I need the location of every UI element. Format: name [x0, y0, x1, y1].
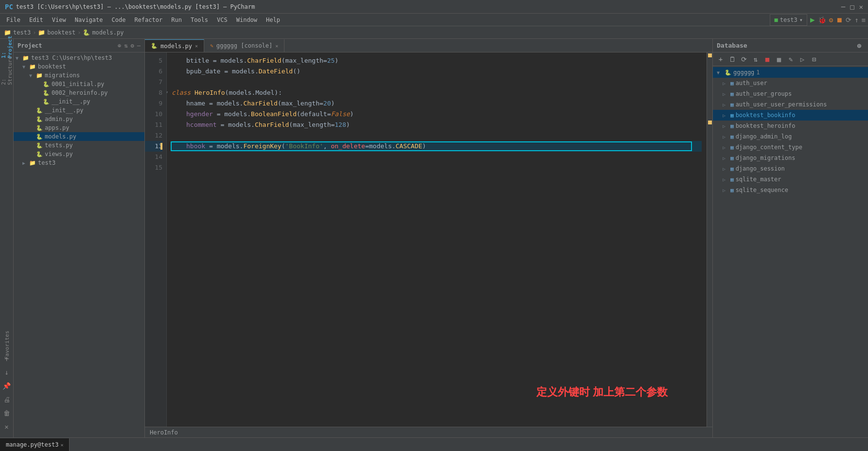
favorites-icon[interactable]: Favorites: [1, 339, 13, 351]
db-properties-icon[interactable]: 🗒: [727, 54, 737, 64]
tab-terminal[interactable]: manage.py@test3 ✕: [0, 438, 70, 451]
menu-edit[interactable]: Edit: [25, 16, 47, 24]
run-config-selector[interactable]: ■ test3 ▾: [770, 14, 807, 26]
db-sync-icon[interactable]: ⇅: [751, 54, 761, 64]
menu-vcs[interactable]: VCS: [213, 16, 231, 24]
db-refresh-icon[interactable]: ⟳: [739, 54, 749, 64]
collapse-all-icon[interactable]: ⇅: [124, 42, 127, 49]
breadcrumb-icon: 📁: [4, 29, 11, 36]
bottom-tabs: manage.py@test3 ✕: [0, 438, 868, 451]
db-table-django-migrations[interactable]: ▷ ▦ django_migrations: [713, 153, 868, 163]
delete-icon[interactable]: 🗑: [1, 407, 13, 419]
window-controls[interactable]: ─ □ ✕: [841, 3, 863, 11]
db-expand-icon[interactable]: ⊕: [854, 41, 864, 51]
run-config-icon: ■: [774, 17, 778, 23]
tree-test3-sub[interactable]: ▶ 📁 test3: [14, 158, 144, 167]
db-stop-icon[interactable]: ■: [762, 54, 772, 64]
minimize-icon[interactable]: ─: [841, 3, 845, 11]
tree-0002-heroinfo[interactable]: ▶ 🐍 0002_heroinfo.py: [14, 88, 144, 97]
code-line-15: [172, 162, 702, 173]
run-button[interactable]: ▶: [810, 15, 815, 24]
tree-root-test3[interactable]: ▼ 📁 test3 C:\Users\hp\test3: [14, 53, 144, 62]
settings-icon[interactable]: ≡: [862, 16, 866, 24]
tree-migrations[interactable]: ▼ 📁 migrations: [14, 71, 144, 80]
right-scroll-bar[interactable]: [707, 52, 712, 427]
code-line-9: hname = models.CharField(max_length=20): [172, 98, 702, 109]
code-line-12: [172, 130, 702, 141]
down-arrow-icon[interactable]: ↓: [1, 366, 13, 378]
bottom-panel: manage.py@test3 ✕ Tracking file by folde…: [0, 437, 868, 451]
close-panel-icon[interactable]: ✕: [1, 421, 13, 433]
db-table-auth-user-permissions[interactable]: ▷ ▦ auth_user_user_permissions: [713, 99, 868, 110]
project-panel-icon[interactable]: 1: Project: [1, 41, 13, 53]
db-schema-gggggg[interactable]: ▼ 🐍 gggggg 1: [713, 67, 868, 78]
tree-init-booktest[interactable]: ▶ 🐍 __init__.py: [14, 106, 144, 115]
menu-navigate[interactable]: Navigate: [71, 16, 107, 24]
annotation-text: 定义外键时 加上第二个参数: [536, 387, 668, 398]
breadcrumb-test3[interactable]: test3: [13, 29, 31, 36]
terminal-tab-label: manage.py@test3: [6, 441, 58, 448]
db-table-auth-user-groups[interactable]: ▷ ▦ auth_user_groups: [713, 88, 868, 99]
breadcrumb-booktest[interactable]: booktest: [47, 29, 75, 36]
debug-button[interactable]: 🐞: [818, 16, 826, 24]
db-table-auth-user[interactable]: ▷ ▦ auth_user: [713, 78, 868, 88]
terminal-tab-close[interactable]: ✕: [60, 442, 63, 448]
db-console-icon[interactable]: ▷: [797, 54, 807, 64]
tree-booktest[interactable]: ▼ 📁 booktest: [14, 62, 144, 71]
menu-view[interactable]: View: [48, 16, 70, 24]
run-config-dropdown-icon: ▾: [799, 17, 803, 23]
tab-console[interactable]: ✎ gggggg [console] ✕: [204, 39, 284, 52]
tree-tests[interactable]: ▶ 🐍 tests.py: [14, 141, 144, 150]
db-table-django-content-type[interactable]: ▷ ▦ django_content_type: [713, 142, 868, 153]
db-filter-icon[interactable]: ⊟: [809, 54, 819, 64]
maximize-icon[interactable]: □: [850, 3, 854, 11]
tab-console-close[interactable]: ✕: [275, 43, 278, 49]
db-add-icon[interactable]: +: [716, 54, 726, 64]
code-content[interactable]: btitle = models.CharField(max_length=25)…: [167, 52, 707, 427]
pin-icon[interactable]: 📌: [1, 380, 13, 392]
db-table-django-admin-log[interactable]: ▷ ▦ django_admin_log: [713, 131, 868, 142]
tab-models-close[interactable]: ✕: [195, 43, 198, 49]
project-panel-header: Project ⊕ ⇅ ⚙ —: [14, 39, 144, 52]
vcs-update-icon[interactable]: ↑: [854, 16, 858, 24]
tree-views[interactable]: ▶ 🐍 views.py: [14, 150, 144, 158]
hide-panel-icon[interactable]: —: [137, 42, 141, 49]
breadcrumb-models[interactable]: models.py: [92, 29, 124, 36]
more-run-icon[interactable]: ⟳: [846, 16, 851, 24]
menu-tools[interactable]: Tools: [187, 16, 212, 24]
project-settings-icon[interactable]: ⚙: [131, 42, 134, 49]
code-line-10: hgender = models.BooleanField(default=Fa…: [172, 109, 702, 120]
tree-init-migrations[interactable]: ▶ 🐍 __init__.py: [14, 97, 144, 106]
tab-console-icon: ✎: [210, 43, 213, 49]
db-table-icon[interactable]: ▦: [774, 54, 784, 64]
run-with-coverage-button[interactable]: ⚙: [829, 16, 833, 24]
db-panel-title: Database: [717, 42, 747, 49]
tab-models-label: models.py: [160, 43, 192, 50]
db-table-sqlite-sequence[interactable]: ▷ ▦ sqlite_sequence: [713, 185, 868, 195]
db-table-sqlite-master[interactable]: ▷ ▦ sqlite_master: [713, 174, 868, 185]
tree-apps[interactable]: ▶ 🐍 apps.py: [14, 123, 144, 132]
menu-help[interactable]: Help: [262, 16, 284, 24]
menu-code[interactable]: Code: [108, 16, 130, 24]
menu-run[interactable]: Run: [167, 16, 186, 24]
add-content-root-icon[interactable]: ⊕: [118, 42, 121, 49]
db-table-django-session[interactable]: ▷ ▦ django_session: [713, 163, 868, 174]
tree-0001-initial[interactable]: ▶ 🐍 0001_initial.py: [14, 80, 144, 88]
stop-button[interactable]: ⏹: [836, 16, 843, 24]
breadcrumb-sep2: ›: [77, 29, 81, 36]
database-panel: Database ⊕ + 🗒 ⟳ ⇅ ■ ▦ ✎ ▷ ⊟ ▼ 🐍 gggggg …: [712, 39, 868, 437]
tree-admin[interactable]: ▶ 🐍 admin.py: [14, 115, 144, 123]
menu-window[interactable]: Window: [232, 16, 261, 24]
print-icon[interactable]: 🖨: [1, 394, 13, 405]
db-table-booktest-heroinfo[interactable]: ▷ ▦ booktest_heroinfo: [713, 121, 868, 131]
tree-models[interactable]: ▶ 🐍 models.py: [14, 132, 144, 141]
tab-models-py[interactable]: 🐍 models.py ✕: [145, 39, 204, 52]
db-table-booktest-bookinfo[interactable]: ▷ ▦ booktest_bookinfo: [713, 110, 868, 121]
menu-file[interactable]: File: [2, 16, 24, 24]
db-edit-icon[interactable]: ✎: [786, 54, 796, 64]
close-icon[interactable]: ✕: [859, 3, 863, 11]
fold-marker-8[interactable]: ▼: [167, 87, 168, 98]
code-editor[interactable]: 5 6 7 8 9 10 11 12 13 14 15: [145, 52, 712, 437]
structure-icon[interactable]: 2: Structure: [1, 65, 13, 76]
menu-refactor[interactable]: Refactor: [130, 16, 166, 24]
